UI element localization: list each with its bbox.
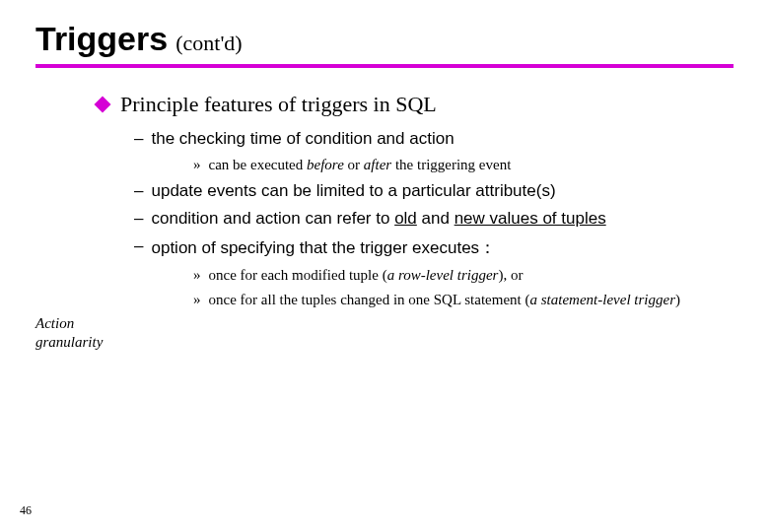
- bullet1-text: Principle features of triggers in SQL: [120, 92, 437, 117]
- bullet-level1: Principle features of triggers in SQL: [97, 92, 734, 117]
- bullet-level3: » once for each modified tuple (a row-le…: [193, 267, 734, 284]
- dash-icon: –: [134, 129, 143, 149]
- title-row: Triggers (cont'd): [0, 0, 769, 62]
- text-fragment: ): [675, 292, 680, 307]
- content-area: Principle features of triggers in SQL – …: [0, 68, 769, 308]
- bullet-level3: » can be executed before or after the tr…: [193, 157, 734, 173]
- text-fragment: can be executed: [209, 157, 308, 172]
- dash-icon: –: [134, 236, 143, 256]
- slide: Triggers (cont'd) Principle features of …: [0, 0, 769, 532]
- opt1-text: once for each modified tuple (a row-leve…: [209, 267, 524, 284]
- text-fragment: the triggering event: [391, 157, 511, 172]
- sub2-text: update events can be limited to a partic…: [151, 181, 555, 201]
- sidelabel-line1: Action: [35, 315, 74, 331]
- bullet-level2: – the checking time of condition and act…: [134, 129, 734, 149]
- diamond-bullet-icon: [95, 97, 111, 113]
- bullet-level3: » once for all the tuples changed in one…: [193, 292, 734, 308]
- emph-before: before: [307, 157, 344, 172]
- text-fragment: and: [417, 209, 454, 228]
- raquo-icon: »: [193, 157, 201, 173]
- page-number: 46: [20, 503, 32, 518]
- title-main: Triggers: [35, 20, 168, 58]
- raquo-icon: »: [193, 292, 201, 308]
- underline-new: new values of tuples: [454, 209, 606, 228]
- sub1-detail: can be executed before or after the trig…: [209, 157, 512, 173]
- sidelabel-line2: granularity: [35, 334, 103, 350]
- underline-old: old: [394, 209, 417, 228]
- opt2-text: once for all the tuples changed in one S…: [209, 292, 680, 308]
- sub1-text: the checking time of condition and actio…: [151, 129, 454, 149]
- sub4-text: option of specifying that the trigger ex…: [151, 236, 496, 259]
- emph-stmt-level: a statement-level trigger: [530, 292, 675, 307]
- bullet-level2: – condition and action can refer to old …: [134, 209, 734, 229]
- text-fragment: once for each modified tuple (: [209, 267, 387, 283]
- dash-icon: –: [134, 181, 143, 201]
- emph-after: after: [364, 157, 391, 172]
- bullet-level2: – option of specifying that the trigger …: [134, 236, 734, 259]
- text-fragment: or: [344, 157, 364, 172]
- emph-row-level: a row-level trigger: [387, 267, 499, 283]
- text-fragment: once for all the tuples changed in one S…: [209, 292, 530, 307]
- text-fragment: ), or: [498, 267, 523, 283]
- raquo-icon: »: [193, 267, 201, 284]
- dash-icon: –: [134, 209, 143, 229]
- bullet-level2: – update events can be limited to a part…: [134, 181, 734, 201]
- sub3-text: condition and action can refer to old an…: [151, 209, 605, 229]
- text-fragment: condition and action can refer to: [151, 209, 394, 228]
- title-sub: (cont'd): [175, 31, 243, 56]
- side-annotation: Action granularity: [35, 314, 105, 352]
